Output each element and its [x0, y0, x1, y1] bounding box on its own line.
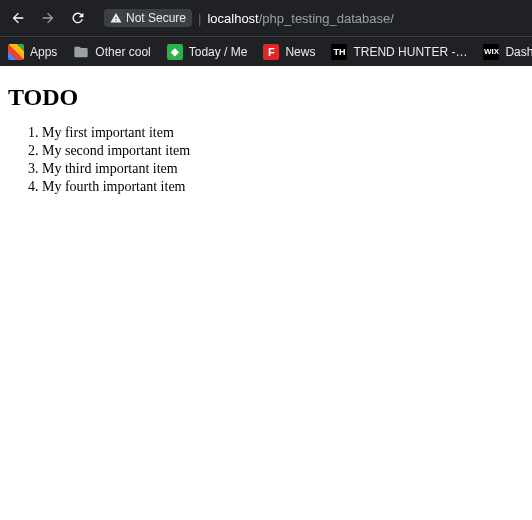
security-indicator[interactable]: Not Secure: [104, 9, 192, 27]
browser-toolbar: Not Secure | localhost/php_testing_datab…: [0, 0, 532, 36]
wix-icon: WIX: [483, 44, 499, 60]
bookmark-feedly[interactable]: ◆ Today / Me: [167, 44, 248, 60]
bookmark-label: Dashboard | Wix.c…: [505, 45, 532, 59]
page-heading: TODO: [8, 84, 524, 111]
page-content: TODO My first important item My second i…: [0, 66, 532, 520]
list-item: My second important item: [42, 143, 524, 159]
apps-icon: [8, 44, 24, 60]
back-button[interactable]: [8, 8, 28, 28]
url-path: /php_testing_database/: [259, 11, 394, 26]
url-text: localhost/php_testing_database/: [207, 11, 393, 26]
bookmark-label: Today / Me: [189, 45, 248, 59]
todo-list: My first important item My second import…: [42, 125, 524, 195]
bookmarks-bar: Apps Other cool ◆ Today / Me F News TH T…: [0, 36, 532, 66]
reload-button[interactable]: [68, 8, 88, 28]
list-item: My fourth important item: [42, 179, 524, 195]
trendhunter-icon: TH: [331, 44, 347, 60]
feedly-icon: ◆: [167, 44, 183, 60]
flipboard-icon: F: [263, 44, 279, 60]
bookmark-flipboard[interactable]: F News: [263, 44, 315, 60]
address-divider: |: [198, 11, 201, 26]
security-label: Not Secure: [126, 11, 186, 25]
list-item: My third important item: [42, 161, 524, 177]
bookmark-folder-other-cool[interactable]: Other cool: [73, 44, 150, 60]
folder-icon: [73, 44, 89, 60]
bookmark-trendhunter[interactable]: TH TREND HUNTER -…: [331, 44, 467, 60]
bookmark-label: TREND HUNTER -…: [353, 45, 467, 59]
address-bar[interactable]: Not Secure | localhost/php_testing_datab…: [98, 4, 524, 32]
bookmark-label: Apps: [30, 45, 57, 59]
bookmark-label: Other cool: [95, 45, 150, 59]
warning-icon: [110, 12, 122, 24]
bookmark-wix[interactable]: WIX Dashboard | Wix.c…: [483, 44, 532, 60]
bookmark-label: News: [285, 45, 315, 59]
forward-button[interactable]: [38, 8, 58, 28]
bookmark-apps[interactable]: Apps: [8, 44, 57, 60]
url-host: localhost: [207, 11, 258, 26]
list-item: My first important item: [42, 125, 524, 141]
